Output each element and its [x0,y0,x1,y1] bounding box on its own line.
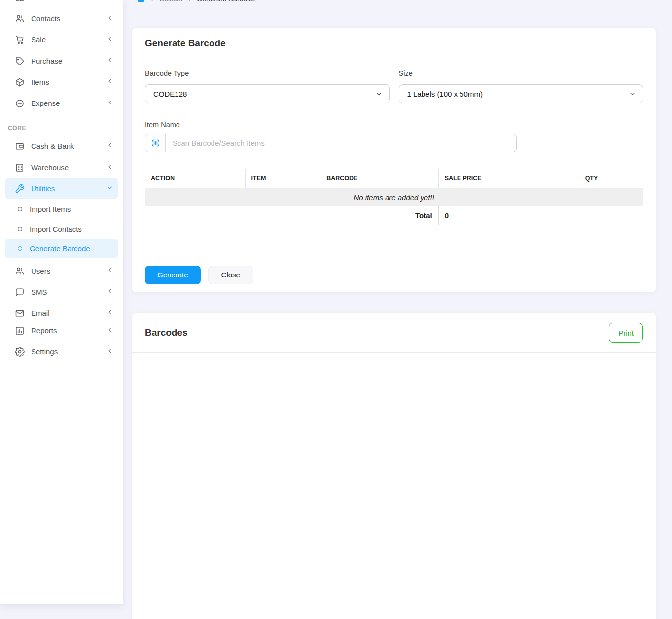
size-value: 1 Labels (100 x 50mm) [407,90,629,98]
sidebar-item-label: Utilities [31,184,106,193]
tag-icon [15,56,25,66]
sidebar-item-purchase[interactable]: Purchase [5,50,118,71]
sidebar-item-label: Sale [31,35,106,44]
chevron-left-icon [106,99,113,107]
generate-card-header: Generate Barcode [132,28,656,59]
chevron-left-icon [106,163,113,172]
total-qty-cell [579,206,643,225]
card-title: Generate Barcode [145,38,226,49]
sidebar-subitem-generate-barcode[interactable]: Generate Barcode [5,239,118,258]
sidebar-item-dashboard[interactable] [5,0,118,8]
sidebar-item-users[interactable]: Users [5,260,118,281]
sidebar-item-label: Warehouse [31,163,106,172]
wrench-icon [15,184,25,194]
breadcrumb-separator: › [188,0,191,3]
column-header-sale-price: SALE PRICE [438,169,579,188]
sidebar-item-sms[interactable]: SMS [5,281,118,303]
table-header-row: ACTION ITEM BARCODE SALE PRICE QTY [145,169,643,188]
sidebar-item-expense[interactable]: Expense [5,93,118,114]
wallet-icon [15,141,25,151]
chevron-left-icon [106,142,113,150]
chevron-down-icon [375,90,383,98]
generate-card-body: Barcode Type CODE128 Size 1 Labels (100 … [132,59,656,292]
barcode-scan-icon[interactable] [145,134,166,152]
box-icon [15,77,25,87]
sidebar-subitem-label: Import Items [30,205,71,213]
sidebar-item-contacts[interactable]: Contacts [5,8,118,29]
chevron-left-icon [106,14,113,23]
bar-chart-icon [15,326,25,336]
generate-button[interactable]: Generate [145,266,201,284]
total-row: Total 0 [145,206,643,225]
sidebar-item-sale[interactable]: Sale [5,29,118,50]
sidebar-item-label: Contacts [31,14,106,23]
empty-state-row: No items are added yet!! [145,188,643,206]
chevron-left-icon [106,267,113,275]
sidebar-item-warehouse[interactable]: Warehouse [5,157,118,178]
chevron-down-icon [629,90,636,98]
sidebar-menu: Contacts Sale Purchase Items Expense COR… [0,0,123,320]
total-value: 0 [438,206,579,225]
main-content: › Utilities › Generate Barcode Generate … [123,0,672,619]
size-label: Size [399,69,644,80]
sidebar-item-label: Cash & Bank [31,142,106,150]
chevron-left-icon [106,347,113,356]
chevron-left-icon [106,78,113,86]
sidebar-subitem-label: Generate Barcode [30,244,90,253]
barcode-items-table: ACTION ITEM BARCODE SALE PRICE QTY No it… [145,169,643,225]
chevron-left-icon [106,35,113,44]
sidebar-subitem-import-items[interactable]: Import Items [5,199,118,219]
bullet-icon [18,207,22,211]
sidebar-item-label: Items [31,78,106,86]
sidebar-item-label: Email [31,309,106,317]
sidebar-item-settings[interactable]: Settings [5,341,118,362]
breadcrumb: › Utilities › Generate Barcode [137,0,255,5]
sidebar-item-items[interactable]: Items [5,71,118,93]
contacts-icon [15,14,25,24]
sidebar-item-utilities[interactable]: Utilities [5,178,118,199]
sidebar: Contacts Sale Purchase Items Expense COR… [0,0,123,604]
print-button[interactable]: Print [609,323,643,343]
sidebar-subitem-import-contacts[interactable]: Import Contacts [5,219,118,239]
bullet-icon [18,227,22,231]
sidebar-item-reports[interactable]: Reports [5,320,118,341]
sidebar-item-label: SMS [31,288,106,296]
size-field: Size 1 Labels (100 x 50mm) [399,69,644,103]
close-button[interactable]: Close [208,266,253,284]
barcodes-title: Barcodes [145,327,188,338]
item-search-input[interactable] [166,134,516,152]
barcode-type-value: CODE128 [153,90,375,98]
breadcrumb-item-utilities[interactable]: Utilities [159,0,182,3]
sidebar-item-label: Users [31,267,106,275]
chat-bubble-icon [15,287,25,297]
gear-icon [15,347,25,357]
cart-icon [15,35,25,45]
generate-barcode-card: Generate Barcode Barcode Type CODE128 Si… [132,28,656,292]
barcode-type-label: Barcode Type [145,69,390,80]
sidebar-subitem-label: Import Contacts [30,225,82,233]
total-label: Total [145,206,438,225]
sidebar-footer: Reports Settings [0,320,123,362]
sidebar-item-cash-bank[interactable]: Cash & Bank [5,136,118,157]
breadcrumb-item-generate-barcode: Generate Barcode [197,0,255,3]
barcodes-card: Barcodes Print [132,313,656,619]
minus-circle-icon [15,99,25,108]
action-buttons: Generate Close [145,266,643,284]
barcode-type-field: Barcode Type CODE128 [145,69,390,103]
grid-icon [15,0,25,2]
sidebar-item-email[interactable]: Email [5,303,118,320]
sidebar-item-label: Settings [31,347,106,356]
column-header-qty: QTY [579,169,643,188]
sidebar-item-label: Expense [31,99,106,107]
chevron-left-icon [106,288,113,296]
item-name-label: Item Name [145,121,643,132]
home-icon[interactable] [137,0,145,3]
sidebar-item-label: Purchase [31,57,106,65]
size-select[interactable]: 1 Labels (100 x 50mm) [399,84,644,103]
bullet-icon [18,246,22,251]
barcode-type-select[interactable]: CODE128 [145,84,390,103]
item-name-field: Item Name [145,121,643,152]
empty-state-message: No items are added yet!! [145,188,643,206]
column-header-action: ACTION [145,169,245,188]
building-icon [15,163,25,172]
